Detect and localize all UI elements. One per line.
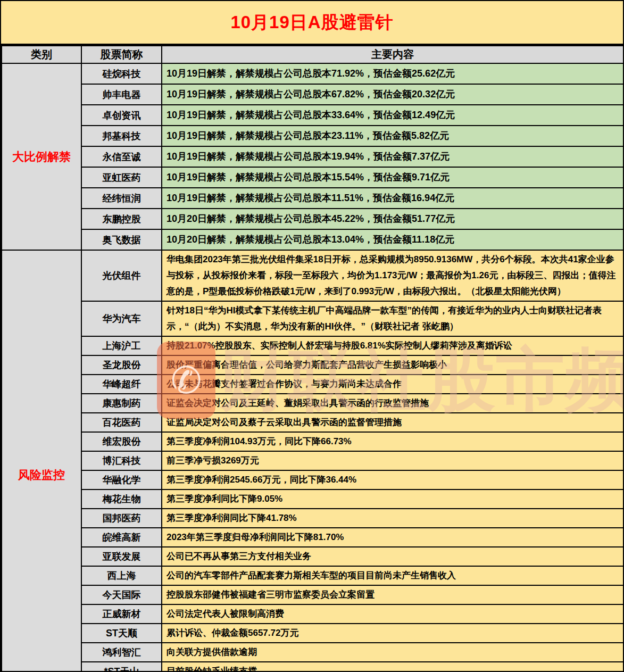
stock-name-cell: 梅花生物 <box>81 490 162 509</box>
stock-name-cell: 西上海 <box>81 566 162 585</box>
main-content-cell: 2023年第三季度归母净利润同比下降81.70% <box>162 528 623 547</box>
page-title: 10月19日A股避雷针 <box>1 1 623 45</box>
table-row: *ST天山目前股价缺乏业绩支撑 <box>2 662 623 672</box>
a-share-warning-infographic: 10月19日A股避雷针 类别 股票简称 主要内容 大比例解禁硅烷科技10月19日… <box>0 0 624 672</box>
stock-name-cell: 奥飞数据 <box>81 229 162 250</box>
main-content-cell: 第三季度净利润同比下降41.78% <box>162 509 623 528</box>
stock-name-cell: 永信至诚 <box>81 146 162 167</box>
table-row: 国邦医药第三季度净利润同比下降41.78% <box>2 509 623 528</box>
main-content-cell: 10月19日解禁，解禁规模占公司总股本71.92%，预估金额25.62亿元 <box>162 63 623 84</box>
stock-name-cell: 皖维高新 <box>81 528 162 547</box>
table-row: 西上海公司的汽车零部件产品配套赛力斯相关车型的项目目前尚未产生销售收入 <box>2 566 623 585</box>
main-content-cell: 第三季度净利同比下降9.05% <box>162 490 623 509</box>
main-content-cell: 华电集团2023年第三批光伏组件集采18日开标，总采购规模为8950.9136M… <box>162 250 623 301</box>
stock-name-cell: 亚联发展 <box>81 547 162 566</box>
table-row: 风险监控光伏组件华电集团2023年第三批光伏组件集采18日开标，总采购规模为89… <box>2 250 623 301</box>
stock-name-cell: 今天国际 <box>81 585 162 604</box>
stock-name-cell: 卓创资讯 <box>81 105 162 126</box>
table-row: 亚虹医药10月19日解禁，解禁规模占公司总股本15.54%，预估金额9.71亿元 <box>2 167 623 188</box>
category-cell: 大比例解禁 <box>2 63 81 250</box>
stock-name-cell: 维宏股份 <box>81 432 162 451</box>
table-row: 大比例解禁硅烷科技10月19日解禁，解禁规模占公司总股本71.92%，预估金额2… <box>2 63 623 84</box>
stock-name-cell: ST天顺 <box>81 624 162 643</box>
stock-name-cell: 经纬恒润 <box>81 188 162 209</box>
table-row: 今天国际控股股东邵健伟被福建省三明市监察委员会立案留置 <box>2 585 623 604</box>
main-content-cell: 针对18日“华为HI模式拿下某传统主机厂中高端品牌一款车型”的传闻，有接近华为的… <box>162 301 623 336</box>
stock-name-cell: *ST天山 <box>81 662 162 672</box>
category-cell: 风险监控 <box>2 250 81 672</box>
table-row: 华融化学第三季度净利润2545.66万元，同比下降36.44% <box>2 470 623 490</box>
table-row: 百花医药证监局决定对公司及蔡子云采取出具警示函的监督管理措施 <box>2 413 623 432</box>
table-row: 奥飞数据10月20日解禁，解禁规模占公司总股本13.04%，预估金额11.18亿… <box>2 229 623 250</box>
table-row: 永信至诚10月19日解禁，解禁规模占公司总股本19.94%，预估金额7.37亿元 <box>2 146 623 167</box>
table-row: ST天顺累计诉讼、仲裁金额5657.72万元 <box>2 624 623 643</box>
main-content-cell: 持股21.07%控股股东、实际控制人舒宏瑞与持股6.81%实际控制人缪莉萍涉及离… <box>162 336 623 355</box>
stock-name-cell: 华融化学 <box>81 470 162 490</box>
main-content-cell: 证监局决定对公司及蔡子云采取出具警示函的监督管理措施 <box>162 413 623 432</box>
main-content-cell: 前三季净亏损3269万元 <box>162 451 623 470</box>
table-row: 帅丰电器10月19日解禁，解禁规模占公司总股本67.82%，预估金额20.32亿… <box>2 84 623 105</box>
table-row: 圣龙股份股价严重偏离合理估值，公司给赛力斯配套产品营收产生损益影响极小 <box>2 355 623 375</box>
stock-name-cell: 华峰超纤 <box>81 375 162 394</box>
table-row: 维宏股份第三季度净利润104.93万元，同比下降66.73% <box>2 432 623 451</box>
main-content-cell: 第三季度净利润2545.66万元，同比下降36.44% <box>162 470 623 490</box>
stock-name-cell: 硅烷科技 <box>81 63 162 84</box>
table-row: 博汇科技前三季净亏损3269万元 <box>2 451 623 470</box>
table-row: 卓创资讯10月19日解禁，解禁规模占公司总股本33.64%，预估金额12.49亿… <box>2 105 623 126</box>
stock-name-cell: 国邦医药 <box>81 509 162 528</box>
stock-name-cell: 正威新材 <box>81 604 162 624</box>
main-content-cell: 公司法定代表人被限制高消费 <box>162 604 623 624</box>
main-content-cell: 公司未与花瓣支付签署过合作协议，与赛力斯尚未达成合作 <box>162 375 623 394</box>
main-content-cell: 公司已不再从事第三方支付相关业务 <box>162 547 623 566</box>
main-content-cell: 10月20日解禁，解禁规模占公司总股本45.22%，预估金额51.77亿元 <box>162 209 623 229</box>
table-row: 华峰超纤公司未与花瓣支付签署过合作协议，与赛力斯尚未达成合作 <box>2 375 623 394</box>
main-content-cell: 股价严重偏离合理估值，公司给赛力斯配套产品营收产生损益影响极小 <box>162 355 623 375</box>
table-row: 梅花生物第三季度净利同比下降9.05% <box>2 490 623 509</box>
table-row: 上海沪工持股21.07%控股股东、实际控制人舒宏瑞与持股6.81%实际控制人缪莉… <box>2 336 623 355</box>
table-row: 亚联发展公司已不再从事第三方支付相关业务 <box>2 547 623 566</box>
main-content-cell: 10月20日解禁，解禁规模占公司总股本13.04%，预估金额11.18亿元 <box>162 229 623 250</box>
main-content-cell: 目前股价缺乏业绩支撑 <box>162 662 623 672</box>
main-content-cell: 第三季度净利润104.93万元，同比下降66.73% <box>162 432 623 451</box>
table-row: 鸿利智汇向关联方提供借款逾期 <box>2 643 623 662</box>
stock-name-cell: 邦基科技 <box>81 126 162 146</box>
table-row: 皖维高新2023年第三季度归母净利润同比下降81.70% <box>2 528 623 547</box>
stock-name-cell: 亚虹医药 <box>81 167 162 188</box>
main-content-cell: 10月19日解禁，解禁规模占公司总股本11.51%，预估金额16.94亿元 <box>162 188 623 209</box>
main-content-cell: 证监会决定对公司及王延岭、董娟采取出具警示函的行政监管措施 <box>162 394 623 413</box>
stock-name-cell: 帅丰电器 <box>81 84 162 105</box>
main-table: 类别 股票简称 主要内容 大比例解禁硅烷科技10月19日解禁，解禁规模占公司总股… <box>1 45 624 672</box>
stock-name-cell: 光伏组件 <box>81 250 162 301</box>
main-content-cell: 控股股东邵健伟被福建省三明市监察委员会立案留置 <box>162 585 623 604</box>
stock-name-cell: 东鹏控股 <box>81 209 162 229</box>
table-row: 邦基科技10月19日解禁，解禁规模占公司总股本23.11%，预估金额5.82亿元 <box>2 126 623 146</box>
main-content-cell: 累计诉讼、仲裁金额5657.72万元 <box>162 624 623 643</box>
main-content-cell: 10月19日解禁，解禁规模占公司总股本23.11%，预估金额5.82亿元 <box>162 126 623 146</box>
stock-name-cell: 上海沪工 <box>81 336 162 355</box>
main-content-cell: 10月19日解禁，解禁规模占公司总股本15.54%，预估金额9.71亿元 <box>162 167 623 188</box>
column-header-stock-name: 股票简称 <box>81 46 162 63</box>
stock-name-cell: 康惠制药 <box>81 394 162 413</box>
table-row: 正威新材公司法定代表人被限制高消费 <box>2 604 623 624</box>
table-row: 经纬恒润10月19日解禁，解禁规模占公司总股本11.51%，预估金额16.94亿… <box>2 188 623 209</box>
stock-name-cell: 华为汽车 <box>81 301 162 336</box>
main-content-cell: 10月19日解禁，解禁规模占公司总股本67.82%，预估金额20.32亿元 <box>162 84 623 105</box>
column-header-category: 类别 <box>2 46 81 63</box>
column-header-main-content: 主要内容 <box>162 46 623 63</box>
stock-name-cell: 百花医药 <box>81 413 162 432</box>
stock-name-cell: 圣龙股份 <box>81 355 162 375</box>
table-row: 东鹏控股10月20日解禁，解禁规模占公司总股本45.22%，预估金额51.77亿… <box>2 209 623 229</box>
main-content-cell: 向关联方提供借款逾期 <box>162 643 623 662</box>
stock-name-cell: 鸿利智汇 <box>81 643 162 662</box>
main-content-cell: 10月19日解禁，解禁规模占公司总股本33.64%，预估金额12.49亿元 <box>162 105 623 126</box>
main-content-cell: 公司的汽车零部件产品配套赛力斯相关车型的项目目前尚未产生销售收入 <box>162 566 623 585</box>
table-row: 华为汽车针对18日“华为HI模式拿下某传统主机厂中高端品牌一款车型”的传闻，有接… <box>2 301 623 336</box>
main-content-cell: 10月19日解禁，解禁规模占公司总股本19.94%，预估金额7.37亿元 <box>162 146 623 167</box>
table-header-row: 类别 股票简称 主要内容 <box>2 46 623 63</box>
stock-name-cell: 博汇科技 <box>81 451 162 470</box>
table-row: 康惠制药证监会决定对公司及王延岭、董娟采取出具警示函的行政监管措施 <box>2 394 623 413</box>
